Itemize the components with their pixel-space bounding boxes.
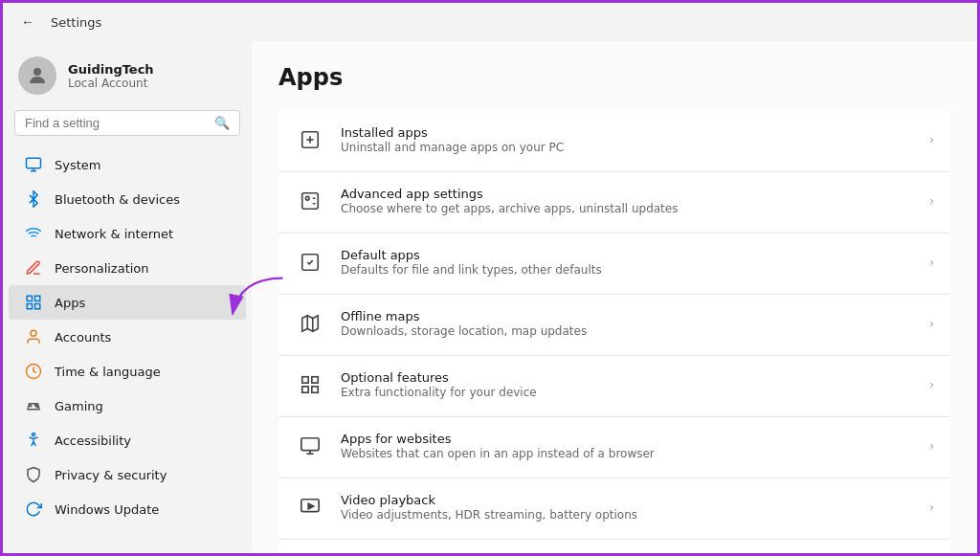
apps-icon <box>24 293 43 312</box>
sidebar-item-system[interactable]: System <box>9 147 246 182</box>
settings-item-installed-apps[interactable]: Installed apps Uninstall and manage apps… <box>278 110 950 169</box>
sidebar-item-accessibility[interactable]: Accessibility <box>9 423 246 457</box>
chevron-right-icon: › <box>929 500 934 514</box>
sidebar: GuidingTech Local Account 🔍 System Bluet… <box>3 41 252 556</box>
svg-rect-3 <box>35 296 40 300</box>
nav-list: System Bluetooth & devices Network & int… <box>3 147 252 526</box>
sidebar-item-label: Personalization <box>55 261 149 276</box>
svg-point-12 <box>33 434 35 436</box>
sidebar-item-network[interactable]: Network & internet <box>9 216 246 251</box>
system-icon <box>24 155 43 174</box>
window-title: Settings <box>51 15 101 30</box>
settings-item-default-apps[interactable]: Default apps Defaults for file and link … <box>278 233 950 292</box>
search-input[interactable] <box>25 116 209 130</box>
svg-rect-17 <box>302 193 319 210</box>
svg-marker-31 <box>308 503 314 509</box>
settings-item-optional-features[interactable]: Optional features Extra functionality fo… <box>278 355 950 414</box>
search-icon: 🔍 <box>214 116 230 130</box>
settings-item-apps-for-websites[interactable]: Apps for websites Websites that can open… <box>278 416 950 476</box>
user-section[interactable]: GuidingTech Local Account <box>3 49 252 110</box>
bluetooth-icon <box>24 189 43 209</box>
chevron-right-icon: › <box>929 378 934 391</box>
svg-marker-20 <box>302 316 319 332</box>
svg-rect-25 <box>312 387 318 392</box>
item-title: Apps for websites <box>341 432 655 446</box>
sidebar-item-label: Bluetooth & devices <box>55 192 180 207</box>
svg-rect-5 <box>27 304 32 309</box>
item-title: Default apps <box>341 248 602 262</box>
sidebar-item-accounts[interactable]: Accounts <box>9 320 246 354</box>
svg-rect-4 <box>35 304 40 309</box>
svg-rect-2 <box>27 296 32 300</box>
svg-point-11 <box>36 406 38 408</box>
sidebar-item-update[interactable]: Windows Update <box>9 492 246 526</box>
svg-rect-23 <box>302 377 308 383</box>
sidebar-item-label: Accessibility <box>55 434 131 448</box>
search-box[interactable]: 🔍 <box>14 110 240 136</box>
sidebar-item-label: Windows Update <box>55 502 159 517</box>
back-icon: ← <box>21 14 34 30</box>
sidebar-item-label: Privacy & security <box>55 468 167 482</box>
svg-rect-1 <box>27 158 41 168</box>
video-playback-icon <box>295 492 325 523</box>
network-icon <box>24 224 43 243</box>
time-icon <box>24 362 43 381</box>
apps-for-websites-icon <box>295 431 325 461</box>
item-desc: Websites that can open in an app instead… <box>341 447 655 460</box>
item-title: Video playback <box>341 493 637 507</box>
item-title: Optional features <box>341 370 537 385</box>
settings-item-offline-maps[interactable]: Offline maps Downloads, storage location… <box>278 294 950 353</box>
avatar <box>18 56 56 95</box>
accessibility-icon <box>24 431 43 450</box>
installed-apps-icon <box>295 124 325 155</box>
settings-item-advanced-app-settings[interactable]: Advanced app settings Choose where to ge… <box>278 171 950 231</box>
settings-item-startup[interactable]: Startup Apps that start automatically wh… <box>278 539 950 556</box>
item-desc: Defaults for file and link types, other … <box>341 263 602 277</box>
sidebar-item-label: Time & language <box>55 365 161 379</box>
sidebar-item-bluetooth[interactable]: Bluetooth & devices <box>9 182 246 216</box>
svg-point-6 <box>31 330 36 336</box>
update-icon <box>24 500 43 519</box>
svg-point-18 <box>305 196 309 200</box>
user-info: GuidingTech Local Account <box>68 62 154 90</box>
sidebar-item-label: Gaming <box>55 399 103 413</box>
settings-item-video-playback[interactable]: Video playback Video adjustments, HDR st… <box>278 478 950 537</box>
back-button[interactable]: ← <box>14 9 41 35</box>
accounts-icon <box>24 327 43 346</box>
content-area: Apps Installed apps Uninstall and manage… <box>252 41 977 556</box>
item-desc: Extra functionality for your device <box>341 386 537 399</box>
item-title: Offline maps <box>341 309 587 323</box>
default-apps-icon <box>295 247 325 278</box>
advanced-app-settings-icon <box>295 186 325 216</box>
user-name: GuidingTech <box>68 62 154 77</box>
page-title: Apps <box>278 64 950 91</box>
svg-point-0 <box>33 68 41 76</box>
personalization-icon <box>24 258 43 278</box>
svg-rect-26 <box>302 387 308 392</box>
sidebar-item-label: Accounts <box>55 330 111 345</box>
sidebar-item-gaming[interactable]: Gaming <box>9 389 246 423</box>
item-desc: Uninstall and manage apps on your PC <box>341 141 564 154</box>
item-title: Installed apps <box>341 125 564 140</box>
sidebar-item-time[interactable]: Time & language <box>9 354 246 389</box>
sidebar-item-personalization[interactable]: Personalization <box>9 251 246 285</box>
chevron-right-icon: › <box>929 194 934 208</box>
sidebar-item-privacy[interactable]: Privacy & security <box>9 457 246 492</box>
svg-rect-27 <box>301 438 319 451</box>
sidebar-item-label: Apps <box>55 296 85 310</box>
sidebar-item-apps[interactable]: Apps <box>9 285 246 320</box>
chevron-right-icon: › <box>929 133 934 146</box>
chevron-right-icon: › <box>929 256 934 269</box>
chevron-right-icon: › <box>929 317 934 330</box>
item-desc: Video adjustments, HDR streaming, batter… <box>341 508 637 522</box>
chevron-right-icon: › <box>929 439 934 453</box>
settings-list: Installed apps Uninstall and manage apps… <box>278 110 950 556</box>
item-desc: Choose where to get apps, archive apps, … <box>341 202 678 215</box>
user-sub: Local Account <box>68 77 154 90</box>
offline-maps-icon <box>295 308 325 339</box>
sidebar-item-label: System <box>55 158 100 172</box>
item-title: Advanced app settings <box>341 187 678 201</box>
svg-rect-24 <box>312 377 318 383</box>
gaming-icon <box>24 396 43 415</box>
optional-features-icon <box>295 369 325 400</box>
